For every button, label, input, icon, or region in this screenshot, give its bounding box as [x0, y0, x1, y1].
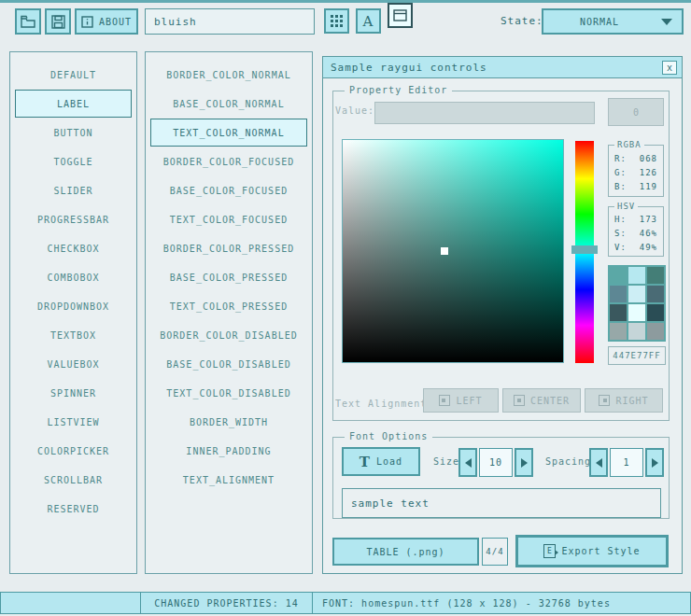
properties-list: BORDER_COLOR_NORMAL BASE_COLOR_NORMAL TE… [145, 51, 313, 574]
property-item[interactable]: BASE_COLOR_FOCUSED [150, 176, 307, 204]
control-item-listview[interactable]: LISTVIEW [15, 408, 132, 436]
window-view-toggle-active[interactable] [388, 3, 413, 28]
status-bar: CHANGED PROPERTIES: 14 FONT: homespun.tt… [0, 592, 691, 614]
property-item[interactable]: TEXT_COLOR_DISABLED [150, 379, 307, 407]
font-view-button[interactable]: A [356, 8, 381, 34]
export-table-png-button[interactable]: TABLE (.png) [332, 538, 479, 566]
control-item-button[interactable]: BUTTON [15, 119, 132, 147]
color-swatch[interactable] [628, 323, 645, 340]
hsv-group-label: HSV [614, 202, 638, 211]
open-style-button[interactable] [15, 8, 41, 35]
spacing-increment-button[interactable] [645, 448, 664, 477]
h-value: 173 [640, 213, 657, 227]
color-swatch[interactable] [610, 267, 627, 284]
close-button[interactable]: x [662, 61, 677, 75]
property-item[interactable]: BORDER_COLOR_FOCUSED [150, 147, 307, 175]
align-right-icon [599, 395, 610, 406]
align-center-button[interactable]: CENTER [502, 388, 581, 413]
color-swatch[interactable] [647, 286, 664, 302]
grid-icon [331, 15, 343, 27]
color-swatch[interactable] [610, 304, 627, 321]
property-item[interactable]: BORDER_WIDTH [150, 408, 307, 436]
color-swatch[interactable] [647, 304, 664, 321]
control-item-textbox[interactable]: TEXTBOX [15, 321, 132, 349]
property-item[interactable]: BORDER_COLOR_PRESSED [150, 234, 307, 262]
control-item-default[interactable]: DEFAULT [15, 61, 132, 89]
size-decrement-button[interactable] [458, 448, 477, 477]
spacing-value-box[interactable]: 1 [610, 448, 643, 477]
color-swatch[interactable] [628, 286, 645, 302]
close-icon: x [667, 63, 672, 73]
control-item-checkbox[interactable]: CHECKBOX [15, 234, 132, 262]
control-item-toggle[interactable]: TOGGLE [15, 147, 132, 175]
control-item-combobox[interactable]: COMBOBOX [15, 263, 132, 291]
export-file-icon: E [543, 544, 556, 558]
font-options-group-label: Font Options [345, 431, 432, 441]
align-right-button[interactable]: RIGHT [585, 388, 663, 413]
load-font-label: Load [376, 456, 402, 467]
color-swatch[interactable] [610, 323, 627, 340]
state-dropdown[interactable]: NORMAL [542, 8, 684, 35]
size-value-box[interactable]: 10 [479, 448, 513, 477]
control-item-valuebox[interactable]: VALUEBOX [15, 350, 132, 378]
info-icon [81, 16, 93, 28]
control-item-reserved[interactable]: RESERVED [15, 495, 132, 523]
size-increment-button[interactable] [515, 448, 533, 477]
arrow-left-icon [465, 458, 472, 468]
property-item[interactable]: BASE_COLOR_PRESSED [150, 263, 307, 291]
color-swatch[interactable] [647, 267, 664, 284]
color-swatch[interactable] [647, 323, 664, 340]
control-item-spinner[interactable]: SPINNER [15, 379, 132, 407]
color-swatch[interactable] [628, 267, 645, 284]
control-item-label[interactable]: LABEL [15, 90, 132, 118]
control-item-progressbar[interactable]: PROGRESSBAR [15, 205, 132, 233]
property-item[interactable]: TEXT_ALIGNMENT [150, 466, 307, 494]
value-box[interactable]: 0 [608, 98, 664, 126]
export-format-count[interactable]: 4/4 [482, 538, 508, 566]
grid-view-button[interactable] [324, 8, 349, 34]
g-value: 126 [640, 166, 657, 180]
property-item[interactable]: BORDER_COLOR_DISABLED [150, 321, 307, 349]
controls-list: DEFAULT LABEL BUTTON TOGGLE SLIDER PROGR… [9, 51, 137, 574]
property-item[interactable]: BASE_COLOR_DISABLED [150, 350, 307, 378]
rguistyler-app: ABOUT A State: NORMAL [0, 0, 691, 616]
property-item-selected[interactable]: TEXT_COLOR_NORMAL [150, 119, 307, 147]
color-swatch[interactable] [628, 304, 645, 321]
style-color-grid [608, 265, 666, 342]
hex-color-box[interactable]: 447E77FF [608, 346, 666, 365]
folder-open-icon [21, 15, 35, 28]
letter-t-icon: T [360, 454, 371, 470]
control-item-scrollbar[interactable]: SCROLLBAR [15, 466, 132, 494]
spacing-decrement-button[interactable] [589, 448, 608, 477]
hue-slider-handle[interactable] [571, 245, 598, 254]
value-slider[interactable] [374, 102, 595, 124]
color-swatch[interactable] [610, 286, 627, 302]
rgba-r-row: R:068 [609, 152, 663, 166]
rgba-group: RGBA R:068 G:126 B:119 [608, 145, 664, 197]
window-titlebar[interactable]: Sample raygui controls x [323, 57, 682, 78]
style-name-input[interactable] [145, 8, 315, 35]
align-left-icon [439, 395, 450, 406]
property-item[interactable]: TEXT_COLOR_PRESSED [150, 292, 307, 320]
status-changed-properties: CHANGED PROPERTIES: 14 [140, 592, 313, 614]
control-item-dropdownbox[interactable]: DROPDOWNBOX [15, 292, 132, 320]
save-style-button[interactable] [45, 8, 71, 35]
arrow-right-icon [521, 458, 528, 468]
property-item[interactable]: INNER_PADDING [150, 437, 307, 465]
state-label: State: [501, 15, 543, 27]
align-left-button[interactable]: LEFT [423, 388, 499, 413]
color-picker-cursor[interactable] [441, 247, 448, 255]
control-item-slider[interactable]: SLIDER [15, 176, 132, 204]
load-font-button[interactable]: T Load [342, 447, 420, 476]
control-item-colorpicker[interactable]: COLORPICKER [15, 437, 132, 465]
sample-text-input[interactable] [342, 488, 661, 518]
property-item[interactable]: BASE_COLOR_NORMAL [150, 90, 307, 118]
about-button[interactable]: ABOUT [75, 8, 138, 35]
property-editor-group-label: Property Editor [345, 85, 452, 95]
about-button-label: ABOUT [99, 17, 132, 27]
property-item[interactable]: TEXT_COLOR_FOCUSED [150, 205, 307, 233]
align-center-icon [514, 395, 525, 406]
color-saturation-value-picker[interactable] [342, 139, 564, 363]
property-item[interactable]: BORDER_COLOR_NORMAL [150, 61, 307, 89]
export-style-button[interactable]: E Export Style [515, 535, 669, 567]
